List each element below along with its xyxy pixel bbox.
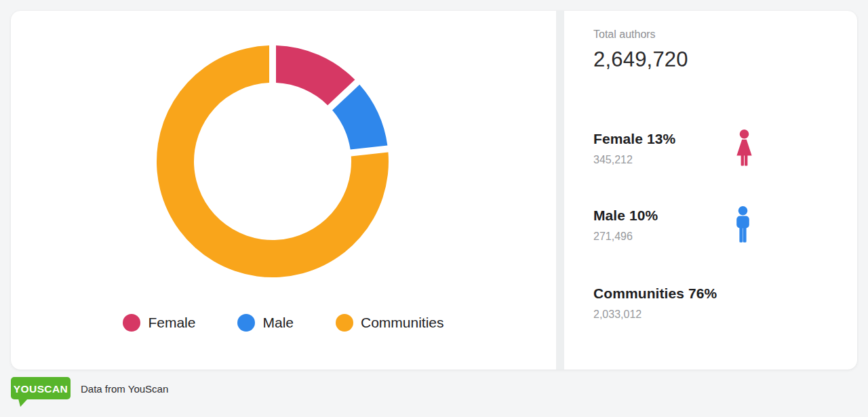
stat-row-communities: Communities 76% 2,033,012	[593, 285, 824, 321]
female-icon	[734, 130, 755, 169]
chart-legend: Female Male Communities	[11, 314, 556, 332]
female-count: 345,212	[593, 154, 824, 166]
female-legend-dot-icon	[123, 314, 140, 332]
page: Female Male Communities Total authors 2,…	[0, 0, 868, 417]
female-percent-label: Female 13%	[593, 130, 824, 148]
communities-legend-dot-icon	[336, 314, 353, 332]
attribution-footer: YOUSCAN Data from YouScan	[11, 377, 168, 410]
legend-label: Female	[148, 315, 195, 331]
male-legend-dot-icon	[237, 314, 255, 332]
donut-chart	[11, 11, 556, 302]
total-authors-label: Total authors	[593, 28, 656, 41]
stat-row-female: Female 13% 345,212	[593, 130, 824, 166]
youscan-logo-icon: YOUSCAN	[11, 377, 73, 410]
legend-label: Communities	[361, 315, 444, 331]
male-percent-label: Male 10%	[593, 207, 824, 224]
svg-text:YOUSCAN: YOUSCAN	[14, 383, 68, 395]
stats-panel: Total authors 2,649,720 Female 13% 345,2…	[564, 11, 857, 370]
legend-item-male[interactable]: Male	[237, 314, 294, 332]
communities-percent-label: Communities 76%	[593, 285, 824, 302]
attribution-text: Data from YouScan	[81, 377, 168, 395]
male-icon	[734, 206, 752, 245]
stat-row-male: Male 10% 271,496	[593, 207, 824, 243]
authors-widget-card: Female Male Communities Total authors 2,…	[11, 11, 857, 370]
panel-divider	[556, 11, 564, 370]
legend-item-female[interactable]: Female	[123, 314, 195, 332]
donut-segment-male[interactable]	[332, 85, 387, 150]
legend-item-communities[interactable]: Communities	[336, 314, 444, 332]
legend-label: Male	[262, 315, 294, 331]
male-count: 271,496	[593, 231, 824, 243]
donut-segment-female[interactable]	[276, 45, 355, 105]
communities-count: 2,033,012	[593, 309, 824, 321]
donut-chart-area: Female Male Communities	[11, 11, 556, 370]
total-authors-value: 2,649,720	[593, 47, 688, 72]
